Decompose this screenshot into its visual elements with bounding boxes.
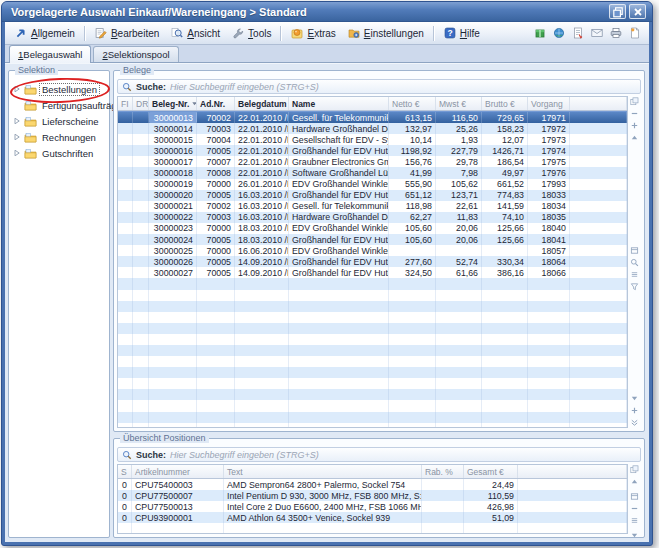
cell-ad-nr- — [197, 367, 235, 378]
column-header-mwst-[interactable]: Mwst € — [436, 97, 482, 110]
table-row[interactable]: 0CPU77500007Intel Pentium D 930, 3000 MH… — [118, 490, 627, 501]
table-row[interactable]: 300000227000316.03.2010 /DiHardware Groß… — [118, 212, 627, 223]
triangle-down-icon[interactable] — [630, 531, 639, 540]
tab-1-belegauswahl[interactable]: 1 Belegauswahl — [9, 45, 91, 63]
positionen-panel: Übersicht Positionen Suche: Hier Suchbeg… — [113, 438, 645, 538]
menu-ansicht[interactable]: Ansicht — [165, 25, 226, 41]
column-chooser-icon[interactable] — [630, 465, 639, 474]
grid-header: FIDRBeleg-Nr.Ad.Nr.BelegdatumNameNetto €… — [118, 97, 627, 111]
table-row[interactable]: 300000277000514.09.2010 /DiGroßhandel fü… — [118, 267, 627, 278]
minus-icon[interactable] — [630, 504, 639, 513]
app-window: Vorgelagerte Auswahl Einkauf/Wareneingan… — [1, 1, 653, 546]
menu-bearbeiten[interactable]: Bearbeiten — [89, 25, 165, 41]
filter-icon[interactable] — [630, 282, 639, 291]
cell-mwst-: 227,79 — [436, 145, 482, 156]
table-row[interactable]: 300000147000322.01.2010 /FrHardware Groß… — [118, 123, 627, 134]
table-row[interactable]: 0CPU75400003AMD Sempron64 2800+ Palermo,… — [118, 479, 627, 490]
table-row[interactable]: 300000217000216.03.2010 /DiGesell. für T… — [118, 201, 627, 212]
column-header-label: Ad.Nr. — [200, 99, 225, 109]
new-document-icon[interactable] — [629, 27, 641, 39]
sidebar-item-bestellungen[interactable]: Bestellungen — [9, 81, 109, 97]
expand-arrow-icon[interactable] — [12, 133, 21, 141]
restore-button[interactable] — [609, 4, 626, 19]
mail-icon[interactable] — [591, 27, 603, 39]
cell-belegdatum: 18.03.2010 /Do — [235, 223, 289, 234]
cell-ad-nr- — [197, 323, 235, 334]
column-chooser-icon[interactable] — [630, 97, 639, 106]
column-header-ad-nr-[interactable]: Ad.Nr. — [197, 97, 235, 110]
column-header-vorgang[interactable]: Vorgang — [528, 97, 570, 110]
menu-einstellungen[interactable]: Einstellungen — [342, 25, 430, 41]
package-icon[interactable] — [534, 27, 546, 39]
table-row[interactable]: 0CPU77500013Intel Core 2 Duo E6600, 2400… — [118, 501, 627, 512]
cell-rab- — [422, 490, 464, 501]
double-down-icon[interactable] — [630, 418, 639, 427]
menu-allgemein[interactable]: Allgemein — [9, 25, 81, 41]
minus-icon[interactable] — [630, 109, 639, 118]
column-header-beleg-nr-[interactable]: Beleg-Nr. — [149, 97, 197, 110]
sidebar-item-lieferscheine[interactable]: Lieferscheine — [9, 113, 109, 129]
cell-dr — [133, 223, 149, 234]
tab-2-selektionspool[interactable]: 2 Selektionspool — [93, 46, 178, 62]
printer-icon[interactable] — [610, 27, 622, 39]
table-row[interactable]: 300000247000518.03.2010 /DoGroßhandel fü… — [118, 234, 627, 245]
cell-belegdatum: 22.01.2010 /Fr — [235, 156, 289, 167]
expand-arrow-icon[interactable] — [12, 149, 21, 157]
column-header-gesamt-[interactable]: Gesamt € — [464, 465, 518, 478]
close-button[interactable] — [629, 4, 646, 19]
expand-arrow-icon[interactable] — [12, 117, 21, 125]
positionen-search-bar[interactable]: Suche: Hier Suchbegriff eingeben (STRG+S… — [117, 447, 641, 462]
cell-filler — [570, 367, 627, 378]
list-icon[interactable] — [630, 270, 639, 279]
column-header-s[interactable]: S — [118, 465, 132, 478]
table-row[interactable]: 300000177000722.01.2010 /FrGraubner Elec… — [118, 156, 627, 167]
column-header-netto-[interactable]: Netto € — [389, 97, 436, 110]
card-icon[interactable] — [630, 492, 639, 501]
menu-tools[interactable]: Tools — [226, 25, 277, 41]
column-header-rab-[interactable]: Rab. % — [422, 465, 464, 478]
triangle-up-icon[interactable] — [630, 477, 639, 486]
globe-icon[interactable] — [553, 27, 565, 39]
report-icon[interactable] — [572, 27, 584, 39]
cell-netto- — [389, 400, 436, 411]
table-row[interactable]: 300000157000422.01.2010 /FrGesellschaft … — [118, 134, 627, 145]
cell-artikelnummer: CPU77500007 — [132, 490, 224, 501]
table-row[interactable]: 300000267000514.09.2010 /DiGroßhandel fü… — [118, 256, 627, 267]
column-header-fi[interactable]: FI — [118, 97, 133, 110]
table-row[interactable]: 300000257000016.06.2010 /MiEDV Großhande… — [118, 245, 627, 256]
table-row[interactable]: 300000207000516.03.2010 /DiGroßhandel fü… — [118, 190, 627, 201]
column-header-brutto-[interactable]: Brutto € — [482, 97, 528, 110]
sidebar-item-fertigungsaufträge[interactable]: Fertigungsaufträge — [9, 97, 109, 113]
sidebar-item-rechnungen[interactable]: Rechnungen — [9, 129, 109, 145]
column-header-belegdatum[interactable]: Belegdatum — [235, 97, 289, 110]
column-header-name[interactable]: Name — [289, 97, 389, 110]
table-row[interactable]: 300000237000018.03.2010 /DoEDV Großhande… — [118, 223, 627, 234]
triangle-down-icon[interactable] — [630, 394, 639, 403]
cell-belegdatum: 22.01.2010 /Fr — [235, 123, 289, 134]
triangle-up-icon[interactable] — [630, 133, 639, 142]
plus-icon[interactable] — [630, 406, 639, 415]
cell-vorgang: 17975 — [528, 156, 570, 167]
list-icon[interactable] — [630, 516, 639, 525]
column-header-text[interactable]: Text — [224, 465, 422, 478]
expand-arrow-icon[interactable] — [12, 85, 21, 93]
menu-extras[interactable]: Extras — [285, 25, 341, 41]
cell-name — [289, 301, 389, 312]
belege-search-bar[interactable]: Suche: Hier Suchbegriff eingeben (STRG+S… — [117, 79, 641, 94]
column-header-label: Artikelnummer — [135, 467, 190, 477]
plus-icon[interactable] — [630, 121, 639, 130]
cell-ad-nr- — [197, 345, 235, 356]
table-row[interactable]: 300000187000822.01.2010 /FrSoftware Groß… — [118, 167, 627, 178]
table-row[interactable]: 300000137000222.01.2010 /FrGesell. für T… — [118, 111, 627, 123]
menu-hilfe[interactable]: ?Hilfe — [438, 25, 486, 41]
magnifier-icon[interactable] — [630, 258, 639, 267]
table-row[interactable]: 300000167000522.01.2010 /FrGroßhandel fü… — [118, 145, 627, 156]
table-row[interactable]: 300000197000026.01.2010 /DiEDV Großhande… — [118, 179, 627, 190]
sidebar-item-gutschriften[interactable]: Gutschriften — [9, 145, 109, 161]
column-header-dr[interactable]: DR — [133, 97, 149, 110]
titlebar[interactable]: Vorgelagerte Auswahl Einkauf/Wareneingan… — [2, 2, 652, 22]
table-row[interactable]: 0CPU93900001AMD Athlon 64 3500+ Venice, … — [118, 512, 627, 523]
cell-artikelnummer: CPU93900001 — [132, 512, 224, 523]
card-icon[interactable] — [630, 246, 639, 255]
column-header-artikelnummer[interactable]: Artikelnummer — [132, 465, 224, 478]
